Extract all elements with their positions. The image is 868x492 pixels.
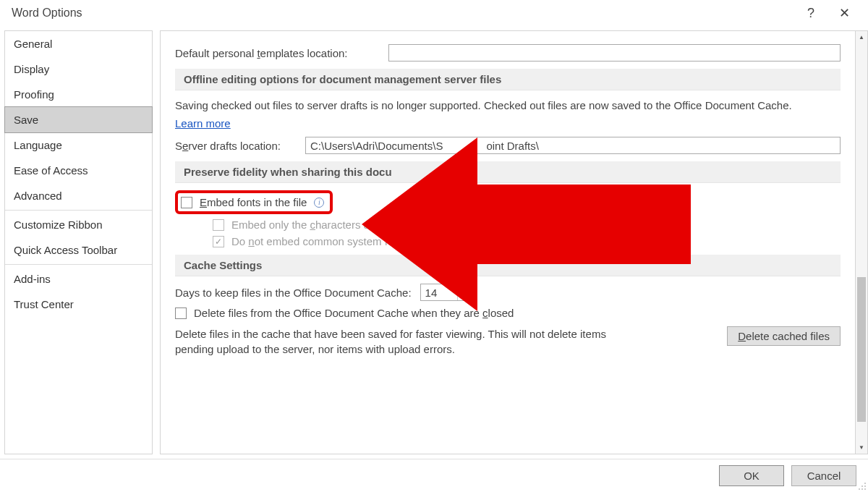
help-button[interactable]: ?: [794, 0, 827, 26]
help-icon: ?: [807, 6, 814, 21]
svg-point-2: [864, 485, 866, 487]
sidebar-item-general[interactable]: General: [5, 31, 152, 56]
sidebar-item-add-ins[interactable]: Add-ins: [5, 266, 152, 292]
svg-point-1: [861, 485, 863, 487]
section-preserve-fidelity: Preserve fidelity when sharing this docu: [175, 161, 841, 183]
scroll-down-icon[interactable]: ▼: [856, 441, 867, 454]
sidebar-separator: [5, 264, 152, 265]
check-icon: ✓: [215, 237, 222, 247]
days-to-keep-input[interactable]: [421, 284, 457, 300]
sidebar-item-ease-of-access[interactable]: Ease of Access: [5, 158, 152, 183]
embed-fonts-highlight: Embed fonts in the file i: [175, 190, 333, 214]
templates-location-input[interactable]: [388, 44, 841, 62]
sidebar-item-display[interactable]: Display: [5, 56, 152, 82]
server-drafts-input[interactable]: C:\Users\Adri\Documents\S oint Drafts\: [305, 137, 841, 154]
sidebar-item-trust-center[interactable]: Trust Center: [5, 292, 152, 317]
section-offline-editing: Offline editing options for document man…: [175, 69, 841, 90]
sidebar-item-proofing[interactable]: Proofing: [5, 82, 152, 107]
sidebar-item-language[interactable]: Language: [5, 132, 152, 158]
sidebar-item-advanced[interactable]: Advanced: [5, 183, 152, 208]
close-icon: ✕: [839, 5, 850, 21]
svg-point-0: [864, 483, 866, 484]
days-to-keep-label: Days to keep files in the Office Documen…: [175, 287, 412, 299]
server-drafts-label: Server drafts location:: [175, 140, 305, 152]
sidebar-item-quick-access-toolbar[interactable]: Quick Access Toolbar: [5, 237, 152, 263]
svg-point-5: [864, 488, 866, 490]
delete-cache-desc: Delete files in the cache that have been…: [175, 326, 638, 357]
embed-only-chars-checkbox: [213, 219, 224, 231]
resize-grip-icon[interactable]: [856, 480, 867, 491]
scroll-thumb[interactable]: [857, 277, 866, 422]
sidebar-separator: [5, 210, 152, 211]
svg-point-4: [861, 488, 863, 490]
spin-up-icon[interactable]: ▲: [458, 284, 468, 293]
options-content: Default personal templates location: Off…: [160, 30, 856, 454]
sidebar-item-save[interactable]: Save: [4, 106, 153, 133]
ok-button[interactable]: OK: [719, 465, 784, 486]
sidebar-item-customize-ribbon[interactable]: Customize Ribbon: [5, 212, 152, 237]
svg-point-3: [859, 488, 860, 490]
close-button[interactable]: ✕: [827, 0, 861, 26]
titlebar: Word Options ? ✕: [0, 0, 868, 26]
embed-fonts-label: Embed fonts in the file: [200, 196, 307, 208]
offline-editing-desc: Saving checked out files to server draft…: [175, 98, 812, 113]
dialog-title: Word Options: [12, 7, 82, 20]
embed-fonts-checkbox[interactable]: [181, 197, 192, 208]
section-cache-settings: Cache Settings: [175, 255, 841, 276]
delete-when-closed-label: Delete files from the Office Document Ca…: [194, 307, 514, 319]
delete-when-closed-checkbox[interactable]: [175, 308, 187, 319]
learn-more-link[interactable]: Learn more: [175, 117, 231, 130]
cancel-button[interactable]: Cancel: [791, 465, 856, 486]
no-embed-common-label: Do not embed common system fonts: [231, 235, 408, 247]
templates-location-label: Default personal templates location:: [175, 47, 388, 59]
delete-cached-files-button[interactable]: Delete cached files: [727, 326, 841, 346]
options-sidebar: General Display Proofing Save Language E…: [4, 30, 153, 454]
vertical-scrollbar[interactable]: ▲ ▼: [856, 30, 868, 454]
embed-only-chars-label: Embed only the characters used: [231, 219, 387, 231]
info-icon[interactable]: i: [314, 198, 324, 208]
dialog-footer: OK Cancel: [0, 459, 868, 492]
days-to-keep-spinner[interactable]: ▲ ▼: [420, 284, 469, 301]
no-embed-common-checkbox: ✓: [213, 236, 224, 247]
spin-down-icon[interactable]: ▼: [458, 293, 468, 301]
scroll-up-icon[interactable]: ▲: [856, 31, 867, 43]
